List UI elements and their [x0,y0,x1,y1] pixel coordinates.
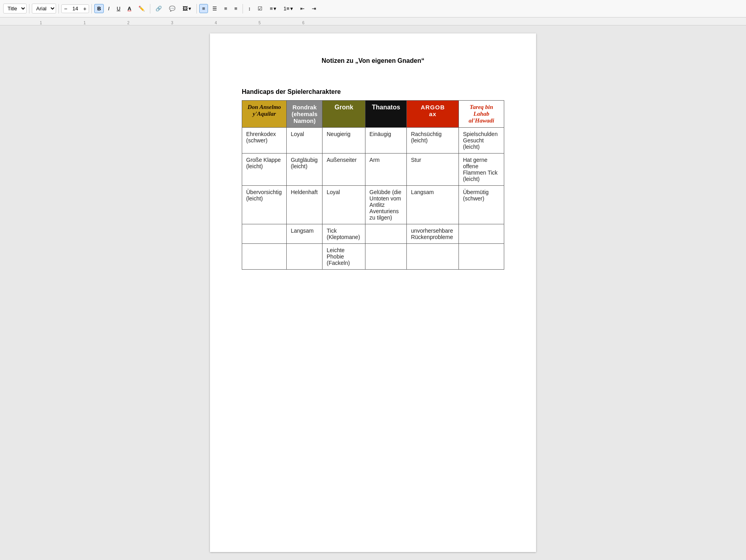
justify-button[interactable]: ≡ [231,4,240,13]
document-title: Notizen zu „Von eigenen Gnaden“ [242,57,504,64]
table-header-row: Don Anselmoy'Aquilar Rondrak(ehemalsNamo… [242,101,504,128]
table-row: Leichte Phobie (Fackeln) [242,244,504,270]
header-argob: ARGOBax [407,101,459,128]
header-don-text: Don Anselmoy'Aquilar [248,104,281,117]
header-rondrak-text: Rondrak(ehemalsNamon) [291,104,317,124]
divider-2 [58,4,59,14]
image-button[interactable]: 🖼 ▾ [180,4,194,13]
divider-5 [196,4,197,14]
align-center-button[interactable]: ☰ [210,4,220,13]
cell-r4-c1 [287,244,322,270]
image-dropdown-icon: ▾ [188,6,191,12]
header-don: Don Anselmoy'Aquilar [242,101,287,128]
text-color-icon: A [128,6,131,12]
cell-r0-c3: Einäugig [365,128,407,154]
cell-r2-c1: Heldenhaft [287,186,322,224]
cell-r2-c0: Übervorsichtig (leicht) [242,186,287,224]
cell-r2-c2: Loyal [322,186,365,224]
table-body: Ehrenkodex (schwer)LoyalNeugierigEinäugi… [242,128,504,270]
cell-r1-c5: Hat gerne offene Flammen Tick (leicht) [459,154,504,186]
cell-r2-c3: Gelübde (die Untoten vom Antlitz Aventur… [365,186,407,224]
highlight-button[interactable]: ✏️ [136,4,148,13]
ruler-mark-4: 3 [171,21,173,25]
font-size-increase[interactable]: + [81,5,89,13]
header-tareq-text: Tareq bin Lahabal'Hawadi [469,104,494,124]
comment-icon: 💬 [169,6,175,12]
comment-button[interactable]: 💬 [166,4,178,13]
divider-3 [91,4,92,14]
page-area: Notizen zu „Von eigenen Gnaden“ Handicap… [0,25,746,560]
line-spacing-icon: ↕ [248,6,251,12]
ruler-inner: 1 1 2 3 4 5 6 [40,18,746,25]
header-tareq: Tareq bin Lahabal'Hawadi [459,101,504,128]
ruler-mark-6: 5 [258,21,261,25]
document: Notizen zu „Von eigenen Gnaden“ Handicap… [210,33,536,552]
cell-r0-c2: Neugierig [322,128,365,154]
numbered-list-button[interactable]: 1≡ ▾ [281,4,296,13]
cell-r3-c3 [365,224,407,244]
bullet-list-button[interactable]: ≡ ▾ [267,4,279,13]
text-color-button[interactable]: A [125,4,134,13]
cell-r1-c2: Außenseiter [322,154,365,186]
header-rondrak: Rondrak(ehemalsNamon) [287,101,322,128]
numbered-dropdown-icon: ▾ [290,6,293,12]
style-select[interactable]: Title [3,4,27,14]
cell-r0-c0: Ehrenkodex (schwer) [242,128,287,154]
line-spacing-button[interactable]: ↕ [245,4,254,13]
font-size-decrease[interactable]: − [62,5,70,13]
cell-r2-c4: Langsam [407,186,459,224]
header-gronk: Gronk [322,101,365,128]
divider-1 [29,4,29,14]
toolbar: Title Arial − 14 + B I U A ✏️ 🔗 💬 🖼 ▾ ≡ … [0,0,746,18]
cell-r0-c5: Spielschulden Gesucht (leicht) [459,128,504,154]
ruler-mark-3: 2 [127,21,130,25]
increase-indent-button[interactable]: ⇥ [309,4,319,13]
cell-r3-c2: Tick (Kleptomane) [322,224,365,244]
align-right-button[interactable]: ≡ [221,4,230,13]
divider-4 [150,4,150,14]
checklist-button[interactable]: ☑ [255,4,265,13]
cell-r4-c0 [242,244,287,270]
italic-button[interactable]: I [105,4,113,13]
align-left-icon: ≡ [202,6,205,12]
cell-r3-c0 [242,224,287,244]
font-size-value: 14 [70,5,81,12]
table-row: Große Klappe (leicht)Gutgläubig (leicht)… [242,154,504,186]
cell-r4-c2: Leichte Phobie (Fackeln) [322,244,365,270]
align-center-icon: ☰ [212,6,217,12]
decrease-indent-button[interactable]: ⇤ [297,4,307,13]
link-button[interactable]: 🔗 [153,4,165,13]
decrease-indent-icon: ⇤ [300,6,305,12]
numbered-list-icon: 1≡ [284,6,289,12]
highlight-icon: ✏️ [138,6,145,12]
ruler: 1 1 2 3 4 5 6 [0,18,746,25]
bullet-dropdown-icon: ▾ [274,6,276,12]
ruler-mark-2: 1 [84,21,86,25]
cell-r4-c3 [365,244,407,270]
ruler-mark-5: 4 [215,21,217,25]
increase-indent-icon: ⇥ [312,6,316,12]
cell-r0-c4: Rachsüchtig (leicht) [407,128,459,154]
ruler-mark-1: 1 [40,21,42,25]
cell-r1-c3: Arm [365,154,407,186]
bold-button[interactable]: B [94,4,103,13]
ruler-mark-7: 6 [302,21,305,25]
underline-button[interactable]: U [114,4,123,13]
bullet-list-icon: ≡ [270,6,273,12]
font-size-group: − 14 + [61,4,89,13]
cell-r1-c0: Große Klappe (leicht) [242,154,287,186]
align-right-icon: ≡ [224,6,227,12]
cell-r4-c4 [407,244,459,270]
justify-icon: ≡ [234,6,237,12]
checklist-icon: ☑ [258,6,262,12]
table-row: Übervorsichtig (leicht)HeldenhaftLoyalGe… [242,186,504,224]
table-row: Ehrenkodex (schwer)LoyalNeugierigEinäugi… [242,128,504,154]
cell-r1-c4: Stur [407,154,459,186]
cell-r1-c1: Gutgläubig (leicht) [287,154,322,186]
image-icon: 🖼 [183,6,188,12]
align-left-button[interactable]: ≡ [199,4,208,13]
cell-r4-c5 [459,244,504,270]
cell-r0-c1: Loyal [287,128,322,154]
table-row: LangsamTick (Kleptomane)unvorhersehbare … [242,224,504,244]
font-select[interactable]: Arial [32,4,56,14]
